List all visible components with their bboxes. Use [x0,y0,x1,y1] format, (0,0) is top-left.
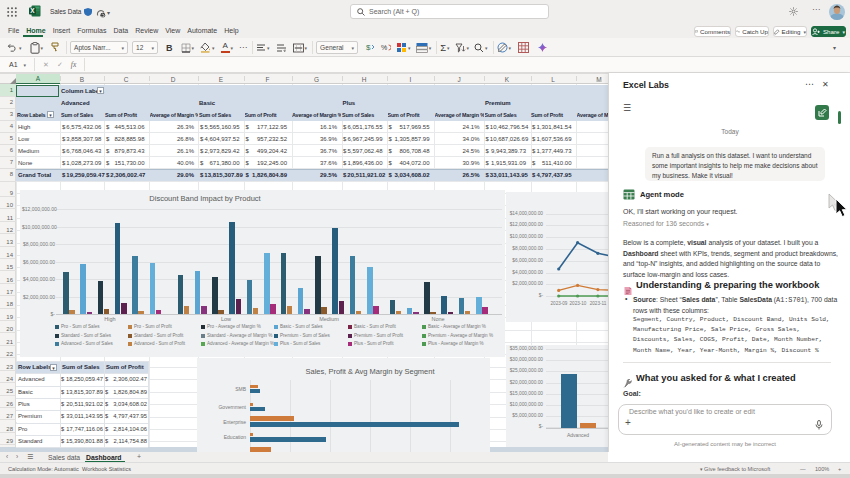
svg-text:%: % [381,44,387,51]
svg-text:X: X [30,7,35,14]
svg-text:$: $ [366,43,371,52]
